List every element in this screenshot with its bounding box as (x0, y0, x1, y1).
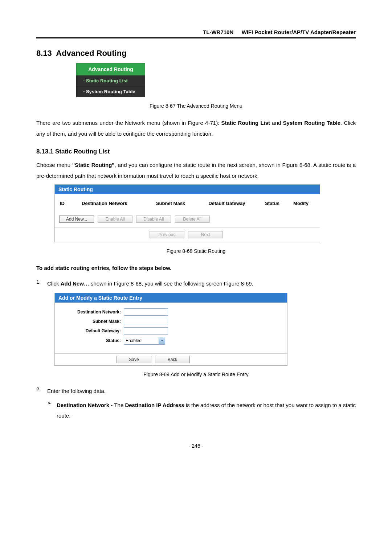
nav-menu: Advanced Routing - Static Routing List -… (76, 63, 145, 97)
step-2: 2. Enter the following data. (36, 386, 356, 397)
intro-paragraph: There are two submenus under the Network… (36, 118, 356, 139)
menu-item-system-routing-table[interactable]: - System Routing Table (76, 86, 145, 97)
list-number: 2. (36, 386, 47, 397)
disable-all-button[interactable]: Disable All (136, 216, 171, 223)
page-number: - 246 - (36, 443, 356, 449)
back-button[interactable]: Back (155, 356, 190, 363)
list-number: 1. (36, 279, 47, 289)
col-default-gateway: Default Gateway (198, 201, 256, 206)
section-heading: 8.13 Advanced Routing (36, 49, 356, 58)
static-routing-panel: Static Routing ID Destination Network Su… (54, 184, 320, 242)
figure-caption-modify: Figure 8-69 Add or Modify a Static Route… (36, 372, 356, 377)
arrow-bullet-icon: ➢ (47, 400, 57, 421)
col-destination-network: Destination Network (82, 201, 143, 206)
menu-header: Advanced Routing (76, 63, 145, 75)
product-name: WiFi Pocket Router/AP/TV Adapter/Repeate… (242, 29, 356, 35)
doc-header: TL-WR710N WiFi Pocket Router/AP/TV Adapt… (36, 29, 356, 38)
input-default-gateway[interactable] (124, 327, 168, 335)
chevron-down-icon: ▾ (159, 337, 165, 344)
input-subnet-mask[interactable] (124, 318, 168, 325)
col-modify: Modify (289, 201, 313, 206)
figure-caption-menu: Figure 8-67 The Advanced Routing Menu (36, 103, 356, 109)
panel-title: Static Routing (55, 185, 320, 194)
select-status[interactable]: Enabled ▾ (124, 337, 165, 345)
select-status-value: Enabled (126, 338, 142, 343)
menu-item-static-routing-list[interactable]: - Static Routing List (76, 75, 145, 86)
button-row: Add New... Enable All Disable All Delete… (59, 215, 315, 223)
label-default-gateway: Default Gateway: (59, 328, 124, 333)
panel-footer: Previous Next (55, 227, 320, 242)
enable-all-button[interactable]: Enable All (98, 216, 132, 223)
add-modify-panel: Add or Modify a Static Route Entry Desti… (54, 293, 287, 366)
srl-paragraph: Choose menu "Static Routing", and you ca… (36, 160, 356, 181)
subsection-heading: 8.13.1 Static Routing List (36, 148, 356, 155)
add-new-button[interactable]: Add New... (59, 216, 94, 223)
label-subnet-mask: Subnet Mask: (59, 319, 124, 324)
add-instructions-heading: To add static routing entries, follow th… (36, 263, 356, 274)
sub-bullet-destination-network: ➢ Destination Network - The Destination … (47, 400, 356, 421)
col-id: ID (60, 201, 82, 206)
delete-all-button[interactable]: Delete All (175, 216, 210, 223)
panel2-title: Add or Modify a Static Route Entry (55, 293, 287, 303)
step-1: 1. Click Add New… shown in Figure 8-68, … (36, 279, 356, 289)
label-destination-network: Destination Network: (59, 309, 124, 315)
previous-button[interactable]: Previous (150, 231, 184, 238)
table-header-row: ID Destination Network Subnet Mask Defau… (59, 199, 315, 215)
model-number: TL-WR710N (203, 29, 233, 35)
next-button[interactable]: Next (188, 231, 223, 238)
label-status: Status: (59, 338, 124, 343)
col-subnet-mask: Subnet Mask (143, 201, 198, 206)
save-button[interactable]: Save (117, 356, 151, 363)
figure-caption-static: Figure 8-68 Static Routing (36, 248, 356, 254)
input-destination-network[interactable] (124, 308, 168, 316)
col-status: Status (256, 201, 289, 206)
